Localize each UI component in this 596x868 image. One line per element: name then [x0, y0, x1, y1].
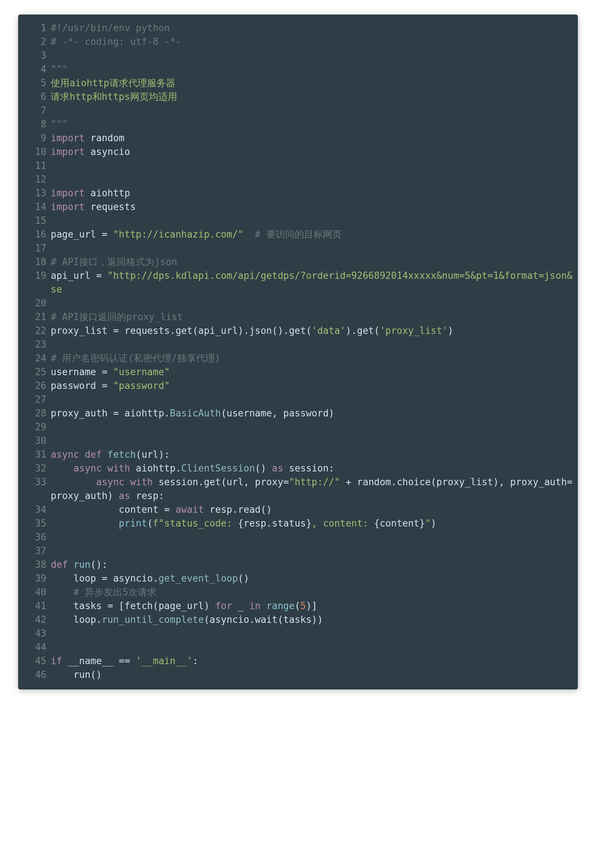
code-content: run(): [51, 668, 578, 682]
code-content: async def fetch(url):: [51, 447, 578, 461]
code-block: 1#!/usr/bin/env python2# -*- coding: utf…: [18, 15, 578, 689]
token: loop: [51, 573, 102, 584]
token: [51, 518, 119, 529]
line-number: 39: [18, 571, 51, 585]
token: (username, password): [221, 408, 334, 419]
token: (): [255, 463, 272, 474]
token: =: [113, 408, 119, 419]
token: =: [113, 325, 119, 336]
token: {content}: [374, 518, 425, 529]
token: print: [119, 518, 147, 529]
token: for: [215, 601, 232, 611]
token: [102, 463, 108, 474]
token: with: [108, 463, 130, 474]
code-line: 34 content = await resp.read(): [18, 503, 578, 517]
line-number: 1: [18, 21, 51, 35]
token: "http://icanhazip.com/": [113, 229, 244, 240]
token: (asyncio.wait(tasks)): [204, 614, 323, 625]
token: 使用aiohttp请求代理服务器: [51, 77, 175, 89]
token: await: [175, 504, 204, 515]
token: import: [51, 187, 85, 198]
token: # -*- coding: utf-8 -*-: [51, 36, 181, 47]
code-line: 25username = "username": [18, 365, 578, 379]
token: '__main__': [136, 655, 193, 666]
token: "http://dps.kdlapi.com/api/getdps/?order…: [51, 270, 572, 295]
token: proxy_list: [51, 325, 113, 336]
line-number: 18: [18, 255, 51, 269]
line-number: 25: [18, 365, 51, 379]
code-content: password = "password": [51, 379, 578, 393]
token: import: [51, 201, 85, 212]
line-number: 38: [18, 558, 51, 571]
token: run: [74, 559, 90, 570]
code-line: 29: [18, 420, 578, 434]
token: aiohttp: [85, 187, 130, 198]
token: range: [266, 601, 294, 611]
line-number: 27: [18, 393, 51, 406]
token: ==: [119, 655, 130, 666]
code-content: proxy_auth = aiohttp.BasicAuth(username,…: [51, 406, 578, 420]
token: [108, 380, 113, 391]
token: [51, 463, 74, 474]
line-number: 17: [18, 241, 51, 255]
code-content: #!/usr/bin/env python: [51, 21, 578, 35]
line-number: 16: [18, 227, 51, 241]
line-number: 15: [18, 214, 51, 227]
token: def: [85, 449, 102, 460]
token: username: [51, 366, 102, 377]
line-number: 32: [18, 461, 51, 475]
code-content: 请求http和https网页均适用: [51, 90, 578, 103]
token: """: [51, 119, 68, 130]
token: # API接口返回的proxy_list: [51, 311, 183, 322]
token: import: [51, 146, 85, 157]
code-line: 15: [18, 214, 578, 227]
token: as: [119, 490, 130, 501]
code-line: 45if __name__ == '__main__':: [18, 654, 578, 668]
code-line: 3: [18, 49, 578, 62]
token: tasks: [51, 601, 108, 611]
line-number: 37: [18, 544, 51, 558]
line-number: 28: [18, 406, 51, 420]
token: =: [102, 573, 108, 584]
token: def: [51, 559, 68, 570]
token: resp:: [130, 490, 164, 501]
token: =: [164, 504, 170, 515]
token: import: [51, 133, 85, 143]
code-content: # 用户名密码认证(私密代理/独享代理): [51, 351, 578, 365]
token: requests: [85, 201, 136, 212]
code-content: if __name__ == '__main__':: [51, 654, 578, 668]
line-number: 43: [18, 626, 51, 640]
line-number: 41: [18, 599, 51, 613]
token: [51, 477, 96, 487]
code-line: 30: [18, 434, 578, 447]
code-content: def run():: [51, 558, 578, 571]
line-number: 35: [18, 517, 51, 530]
line-number: 5: [18, 76, 51, 90]
code-line: 38def run():: [18, 558, 578, 571]
token: [244, 229, 255, 240]
code-line: 11: [18, 159, 578, 173]
token: 'proxy_list': [380, 325, 448, 336]
code-line: 5使用aiohttp请求代理服务器: [18, 76, 578, 90]
token: )]: [306, 601, 317, 611]
token: (: [294, 601, 300, 611]
token: asyncio.: [108, 573, 159, 584]
token: #!/usr/bin/env python: [51, 22, 170, 33]
code-line: 43: [18, 626, 578, 640]
code-line: 6请求http和https网页均适用: [18, 90, 578, 103]
code-content: # 异步发出5次请求: [51, 585, 578, 599]
token: =: [102, 229, 108, 240]
line-number: 45: [18, 654, 51, 668]
token: loop.: [51, 614, 102, 625]
line-number: 12: [18, 173, 51, 186]
token: [125, 477, 130, 487]
token: "username": [113, 366, 170, 377]
code-line: 32 async with aiohttp.ClientSession() as…: [18, 461, 578, 475]
code-line: 1#!/usr/bin/env python: [18, 21, 578, 35]
token: ClientSession: [181, 463, 255, 474]
code-content: import random: [51, 131, 578, 145]
token: =: [96, 270, 102, 281]
line-number: 46: [18, 668, 51, 682]
token: as: [272, 463, 283, 474]
code-content: async with session.get(url, proxy="http:…: [51, 475, 578, 503]
